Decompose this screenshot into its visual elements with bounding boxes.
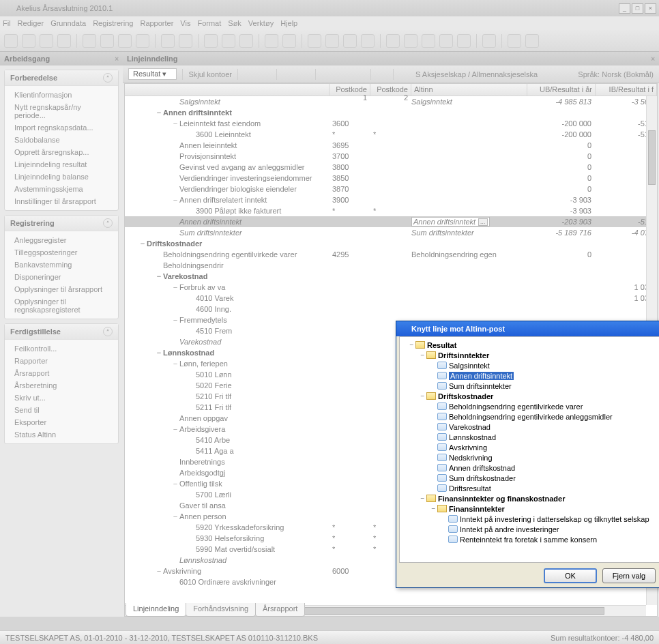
toolbar-grid-icon[interactable] — [508, 34, 521, 48]
toolbar-forward-icon[interactable] — [22, 34, 35, 48]
tree-folder[interactable]: −Resultat — [401, 340, 659, 350]
sidebar-item[interactable]: Status Altinn — [5, 428, 118, 441]
tree-item[interactable]: Lønnskostnad — [401, 432, 659, 442]
toolbar-print2-icon[interactable] — [482, 34, 496, 48]
menu-item[interactable]: Format — [197, 19, 221, 27]
sidebar-item[interactable]: Årsberetning — [5, 379, 118, 392]
menu-item[interactable]: Rapporter — [140, 19, 173, 27]
sidebar-item[interactable]: Linjeinndeling resultat — [5, 158, 118, 171]
toolbar-delete-icon[interactable] — [136, 34, 149, 48]
dialog-tree[interactable]: −Resultat−DriftsinntekterSalgsinntektAnn… — [400, 337, 659, 562]
toolbar-r-icon[interactable] — [422, 34, 435, 48]
menu-item[interactable]: Rediger — [18, 19, 44, 27]
sidebar-item[interactable]: Opplysninger til regnskapsregisteret — [5, 295, 118, 316]
toolbar-sep — [259, 34, 259, 48]
tree-item[interactable]: Sum driftskostnader — [401, 473, 659, 483]
sidebar-item[interactable]: Anleggsregister — [5, 234, 118, 246]
toolbar-a-icon[interactable] — [386, 34, 400, 48]
menu-item[interactable]: Hjelp — [280, 19, 297, 27]
toolbar-new-icon[interactable] — [40, 34, 53, 48]
sidebar-item[interactable]: Opprett årsregnskap... — [5, 146, 118, 158]
toolbar-save-icon[interactable] — [118, 34, 132, 48]
tree-item[interactable]: Salgsinntekt — [401, 360, 659, 370]
sidebar-item[interactable]: Skriv ut... — [5, 392, 118, 404]
toolbar-list-icon[interactable] — [239, 34, 253, 48]
tree-folder[interactable]: −Driftskostnader — [401, 391, 659, 401]
menu-item[interactable]: Registrering — [93, 19, 133, 27]
toolbar-copy-icon[interactable] — [83, 34, 96, 48]
tree-item[interactable]: Inntekt på andre investeringer — [401, 524, 659, 534]
tree-item[interactable]: Beholdningsendring egentilvirkede varer — [401, 401, 659, 411]
tree-folder[interactable]: −Driftsinntekter — [401, 350, 659, 360]
left-panel-header: Arbeidsgang × — [0, 52, 123, 65]
sidebar-item[interactable]: Innstillinger til årsrapport — [5, 195, 118, 207]
sidebar-item[interactable]: Bankavstemming — [5, 259, 118, 271]
menu-item[interactable]: Fil — [3, 19, 11, 27]
sidebar-item[interactable]: Klientinformasjon — [5, 89, 118, 101]
ok-button[interactable]: OK — [544, 568, 597, 583]
toolbar-check-icon[interactable] — [161, 34, 175, 48]
tree-item[interactable]: Varekostnad — [401, 422, 659, 432]
sidebar-item[interactable]: Nytt regnskapsår/ny periode... — [5, 101, 118, 121]
tree-item[interactable]: Sum driftsinntekter — [401, 381, 659, 391]
sidebar-group-header[interactable]: Registrering˄ — [5, 216, 118, 231]
tree-item[interactable]: Nedskrivning — [401, 452, 659, 463]
tree-item[interactable]: Inntekt på investering i datterselskap o… — [401, 514, 659, 524]
tree-item[interactable]: Renteinntekt fra foretak i samme konsern — [401, 534, 659, 544]
page-icon — [448, 536, 458, 543]
sidebar-item[interactable]: Send til — [5, 404, 118, 416]
toolbar-sep — [501, 34, 502, 48]
tab-forhandsvisning[interactable]: Forhåndsvisning — [186, 603, 256, 617]
window-close[interactable]: × — [645, 3, 656, 14]
toolbar-back-icon[interactable] — [4, 34, 18, 48]
tree-item[interactable]: Driftsresultat — [401, 483, 659, 493]
toolbar-book-icon[interactable] — [179, 34, 192, 48]
toolbar-export-icon[interactable] — [361, 34, 375, 48]
folder-icon — [426, 392, 436, 400]
toolbar-paste-icon[interactable] — [100, 34, 114, 48]
toolbar-b-icon[interactable] — [404, 34, 418, 48]
tree-folder[interactable]: −Finansinntekter og finanskostnader — [401, 493, 659, 503]
sidebar-item[interactable]: Årsrapport — [5, 367, 118, 379]
sidebar-item[interactable]: Import regnskapsdata... — [5, 121, 118, 134]
toolbar-grid2-icon[interactable] — [525, 34, 539, 48]
menu-item[interactable]: Vis — [180, 19, 190, 27]
folder-icon — [426, 495, 436, 502]
left-panel-close-icon[interactable]: × — [115, 55, 119, 63]
tree-folder[interactable]: −Finansinntekter — [401, 503, 659, 514]
window-maximize[interactable]: □ — [632, 3, 643, 14]
toolbar-tree-icon[interactable] — [222, 34, 235, 48]
dialog-titlebar[interactable]: Knytt linje mot Altinn-post × — [396, 321, 659, 336]
menu-item[interactable]: Søk — [228, 19, 241, 27]
sidebar-item[interactable]: Feilkontroll... — [5, 342, 118, 355]
sidebar-item[interactable]: Saldobalanse — [5, 134, 118, 146]
toolbar-balance-icon[interactable] — [204, 34, 218, 48]
sidebar-group-header[interactable]: Ferdigstillelse˄ — [5, 324, 118, 340]
tab-arsrapport[interactable]: Årsrapport — [255, 603, 305, 617]
toolbar-open-icon[interactable] — [57, 34, 71, 48]
sidebar-item[interactable]: Eksporter — [5, 416, 118, 428]
toolbar-note-icon[interactable] — [308, 34, 321, 48]
toolbar-tools-icon[interactable] — [282, 34, 296, 48]
sidebar-item[interactable]: Disponeringer — [5, 271, 118, 283]
toolbar-print-icon[interactable] — [343, 34, 357, 48]
menu-item[interactable]: Verktøy — [248, 19, 274, 27]
sidebar-group-header[interactable]: Forberedelse˄ — [5, 70, 118, 86]
sidebar-item[interactable]: Rapporter — [5, 355, 118, 367]
sidebar-item[interactable]: Avstemmingsskjema — [5, 183, 118, 195]
sidebar-item[interactable]: Tilleggsposteringer — [5, 246, 118, 259]
window-minimize[interactable]: _ — [619, 3, 630, 14]
toolbar-stamp-icon[interactable] — [265, 34, 278, 48]
toolbar-docs-icon[interactable] — [325, 34, 339, 48]
tree-item[interactable]: Annen driftskostnad — [401, 463, 659, 473]
tree-item[interactable]: Avskrivning — [401, 442, 659, 452]
toolbar-n-icon[interactable] — [457, 34, 471, 48]
clear-button[interactable]: Fjern valg — [602, 568, 656, 583]
menu-item[interactable]: Grunndata — [50, 19, 86, 27]
toolbar-a2-icon[interactable] — [439, 34, 453, 48]
sidebar-item[interactable]: Linjeinndeling balanse — [5, 171, 118, 183]
sidebar-item[interactable]: Opplysninger til årsrapport — [5, 283, 118, 295]
tree-item[interactable]: Annen driftsinntekt — [401, 370, 659, 381]
tree-item[interactable]: Beholdningsendring egentilvirkede anlegg… — [401, 411, 659, 422]
tab-linjeinndeling[interactable]: Linjeinndeling — [126, 603, 186, 617]
